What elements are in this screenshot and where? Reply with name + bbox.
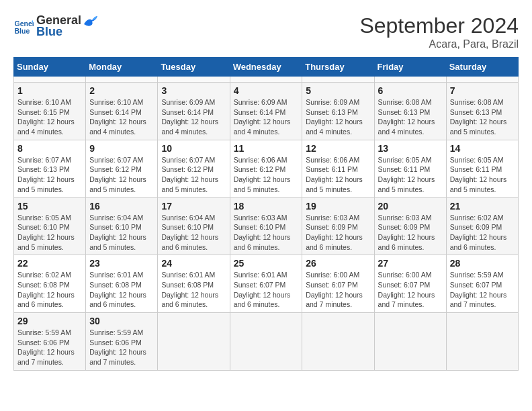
calendar-cell: 27Sunrise: 6:00 AM Sunset: 6:07 PM Dayli… — [374, 255, 446, 313]
day-number: 14 — [450, 143, 515, 154]
weekday-header-tuesday: Tuesday — [158, 58, 230, 77]
calendar-cell: 17Sunrise: 6:04 AM Sunset: 6:10 PM Dayli… — [158, 197, 230, 255]
calendar-cell: 11Sunrise: 6:06 AM Sunset: 6:12 PM Dayli… — [230, 140, 302, 197]
day-detail: Sunrise: 6:04 AM Sunset: 6:10 PM Dayligh… — [161, 213, 226, 253]
weekday-header-saturday: Saturday — [446, 58, 518, 77]
day-number: 15 — [17, 201, 82, 212]
calendar-cell: 20Sunrise: 6:03 AM Sunset: 6:09 PM Dayli… — [374, 197, 446, 255]
day-detail: Sunrise: 6:03 AM Sunset: 6:09 PM Dayligh… — [378, 213, 443, 253]
calendar-cell: 23Sunrise: 6:01 AM Sunset: 6:08 PM Dayli… — [86, 255, 158, 313]
day-detail: Sunrise: 6:08 AM Sunset: 6:13 PM Dayligh… — [450, 97, 515, 137]
day-number: 17 — [161, 201, 226, 212]
day-number: 21 — [450, 201, 515, 212]
calendar-week-row: 8Sunrise: 6:07 AM Sunset: 6:13 PM Daylig… — [14, 140, 519, 197]
calendar-cell — [158, 77, 230, 83]
calendar-cell: 22Sunrise: 6:02 AM Sunset: 6:08 PM Dayli… — [14, 255, 86, 313]
day-detail: Sunrise: 6:09 AM Sunset: 6:14 PM Dayligh… — [234, 97, 299, 137]
calendar-cell: 30Sunrise: 5:59 AM Sunset: 6:06 PM Dayli… — [86, 313, 158, 371]
calendar-week-row — [14, 77, 519, 83]
calendar-cell: 28Sunrise: 5:59 AM Sunset: 6:07 PM Dayli… — [446, 255, 518, 313]
calendar-cell — [14, 77, 86, 83]
calendar-cell: 2Sunrise: 6:10 AM Sunset: 6:14 PM Daylig… — [86, 83, 158, 140]
day-number: 30 — [89, 316, 154, 326]
svg-text:Blue: Blue — [15, 27, 30, 35]
calendar-cell: 13Sunrise: 6:05 AM Sunset: 6:11 PM Dayli… — [374, 140, 446, 197]
calendar-cell: 9Sunrise: 6:07 AM Sunset: 6:12 PM Daylig… — [86, 140, 158, 197]
day-detail: Sunrise: 6:09 AM Sunset: 6:14 PM Dayligh… — [161, 97, 226, 137]
day-detail: Sunrise: 6:01 AM Sunset: 6:08 PM Dayligh… — [89, 270, 154, 310]
calendar-cell: 24Sunrise: 6:01 AM Sunset: 6:08 PM Dayli… — [158, 255, 230, 313]
calendar-cell: 7Sunrise: 6:08 AM Sunset: 6:13 PM Daylig… — [446, 83, 518, 140]
day-number: 10 — [161, 143, 226, 154]
weekday-header-monday: Monday — [86, 58, 158, 77]
calendar-cell — [446, 77, 518, 83]
day-number: 4 — [234, 85, 299, 96]
day-number: 22 — [17, 258, 82, 269]
logo: General Blue General Blue — [13, 13, 97, 39]
calendar-cell: 25Sunrise: 6:01 AM Sunset: 6:07 PM Dayli… — [230, 255, 302, 313]
weekday-header-wednesday: Wednesday — [230, 58, 302, 77]
logo-bird-icon — [83, 15, 97, 27]
day-detail: Sunrise: 6:10 AM Sunset: 6:14 PM Dayligh… — [89, 97, 154, 137]
day-detail: Sunrise: 5:59 AM Sunset: 6:06 PM Dayligh… — [89, 328, 154, 367]
calendar-cell: 14Sunrise: 6:05 AM Sunset: 6:11 PM Dayli… — [446, 140, 518, 197]
calendar-cell — [302, 313, 374, 371]
day-number: 1 — [17, 85, 82, 96]
calendar-cell — [302, 77, 374, 83]
day-detail: Sunrise: 6:02 AM Sunset: 6:08 PM Dayligh… — [17, 270, 82, 310]
calendar-cell: 1Sunrise: 6:10 AM Sunset: 6:15 PM Daylig… — [14, 83, 86, 140]
logo-icon: General Blue — [13, 16, 34, 36]
day-number: 26 — [306, 258, 370, 269]
day-detail: Sunrise: 5:59 AM Sunset: 6:07 PM Dayligh… — [450, 270, 515, 310]
calendar-cell: 19Sunrise: 6:03 AM Sunset: 6:09 PM Dayli… — [302, 197, 374, 255]
day-number: 9 — [89, 143, 154, 154]
day-number: 18 — [234, 201, 299, 212]
title-section: September 2024 Acara, Para, Brazil — [359, 13, 519, 50]
day-detail: Sunrise: 6:07 AM Sunset: 6:12 PM Dayligh… — [161, 155, 226, 195]
calendar-header: SundayMondayTuesdayWednesdayThursdayFrid… — [14, 58, 519, 77]
calendar-week-row: 15Sunrise: 6:05 AM Sunset: 6:10 PM Dayli… — [14, 197, 519, 255]
calendar-cell — [230, 77, 302, 83]
calendar-cell — [230, 313, 302, 371]
day-detail: Sunrise: 6:05 AM Sunset: 6:11 PM Dayligh… — [378, 155, 443, 195]
day-detail: Sunrise: 6:09 AM Sunset: 6:13 PM Dayligh… — [306, 97, 370, 137]
day-detail: Sunrise: 6:01 AM Sunset: 6:07 PM Dayligh… — [234, 270, 299, 310]
calendar-cell: 21Sunrise: 6:02 AM Sunset: 6:09 PM Dayli… — [446, 197, 518, 255]
page-header: General Blue General Blue September 2024… — [13, 13, 519, 50]
day-detail: Sunrise: 6:10 AM Sunset: 6:15 PM Dayligh… — [17, 97, 82, 137]
day-number: 7 — [450, 85, 515, 96]
day-number: 13 — [378, 143, 443, 154]
day-detail: Sunrise: 6:01 AM Sunset: 6:08 PM Dayligh… — [161, 270, 226, 310]
calendar-cell — [374, 77, 446, 83]
day-detail: Sunrise: 6:06 AM Sunset: 6:12 PM Dayligh… — [234, 155, 299, 195]
weekday-header-thursday: Thursday — [302, 58, 374, 77]
calendar-cell: 8Sunrise: 6:07 AM Sunset: 6:13 PM Daylig… — [14, 140, 86, 197]
day-detail: Sunrise: 6:03 AM Sunset: 6:10 PM Dayligh… — [234, 213, 299, 253]
day-detail: Sunrise: 6:02 AM Sunset: 6:09 PM Dayligh… — [450, 213, 515, 253]
day-number: 20 — [378, 201, 443, 212]
calendar-cell: 6Sunrise: 6:08 AM Sunset: 6:13 PM Daylig… — [374, 83, 446, 140]
calendar-cell: 18Sunrise: 6:03 AM Sunset: 6:10 PM Dayli… — [230, 197, 302, 255]
calendar-body: 1Sunrise: 6:10 AM Sunset: 6:15 PM Daylig… — [14, 77, 519, 371]
day-number: 2 — [89, 85, 154, 96]
calendar-cell: 16Sunrise: 6:04 AM Sunset: 6:10 PM Dayli… — [86, 197, 158, 255]
calendar-week-row: 1Sunrise: 6:10 AM Sunset: 6:15 PM Daylig… — [14, 83, 519, 140]
day-number: 29 — [17, 316, 82, 326]
weekday-header-friday: Friday — [374, 58, 446, 77]
calendar-cell — [374, 313, 446, 371]
calendar-cell: 3Sunrise: 6:09 AM Sunset: 6:14 PM Daylig… — [158, 83, 230, 140]
day-number: 8 — [17, 143, 82, 154]
calendar-cell: 12Sunrise: 6:06 AM Sunset: 6:11 PM Dayli… — [302, 140, 374, 197]
day-detail: Sunrise: 6:03 AM Sunset: 6:09 PM Dayligh… — [306, 213, 370, 253]
weekday-header-row: SundayMondayTuesdayWednesdayThursdayFrid… — [14, 58, 519, 77]
day-detail: Sunrise: 6:00 AM Sunset: 6:07 PM Dayligh… — [378, 270, 443, 310]
day-number: 24 — [161, 258, 226, 269]
day-detail: Sunrise: 5:59 AM Sunset: 6:06 PM Dayligh… — [17, 328, 82, 367]
calendar-cell: 10Sunrise: 6:07 AM Sunset: 6:12 PM Dayli… — [158, 140, 230, 197]
weekday-header-sunday: Sunday — [14, 58, 86, 77]
calendar-table: SundayMondayTuesdayWednesdayThursdayFrid… — [13, 57, 519, 371]
calendar-cell: 5Sunrise: 6:09 AM Sunset: 6:13 PM Daylig… — [302, 83, 374, 140]
calendar-cell: 15Sunrise: 6:05 AM Sunset: 6:10 PM Dayli… — [14, 197, 86, 255]
day-number: 3 — [161, 85, 226, 96]
day-number: 5 — [306, 85, 370, 96]
